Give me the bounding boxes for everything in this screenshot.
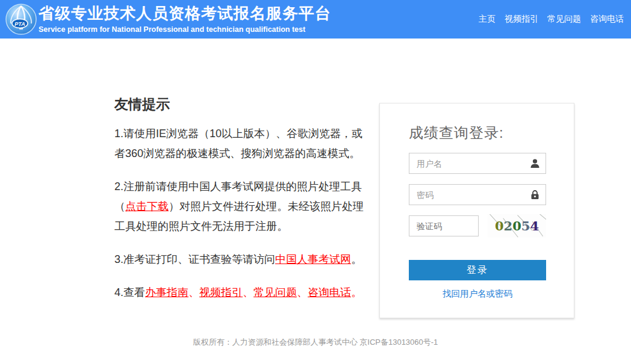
pta-logo-text: PTA xyxy=(14,21,25,27)
tip-4-separator: 、 xyxy=(297,286,308,298)
tip-item-2: 2.注册前请使用中国人事考试网提供的照片处理工具（点击下载）对照片文件进行处理。… xyxy=(114,177,373,236)
hotline-link[interactable]: 咨询电话 xyxy=(308,286,351,298)
captcha-digit: 5 xyxy=(521,218,530,233)
cpta-website-link[interactable]: 中国人事考试网 xyxy=(275,253,351,265)
captcha-digit: 0 xyxy=(495,218,504,233)
top-nav: 主页 视频指引 常见问题 咨询电话 xyxy=(479,14,624,25)
tip-4-text-post: 。 xyxy=(351,286,362,298)
username-field-row xyxy=(409,153,546,174)
captcha-digit: 2 xyxy=(504,218,513,233)
nav-faq[interactable]: 常见问题 xyxy=(547,14,581,25)
captcha-digit: 4 xyxy=(530,218,539,233)
tip-4-separator: 、 xyxy=(243,286,253,298)
nav-hotline[interactable]: 咨询电话 xyxy=(590,14,624,25)
captcha-noise-line xyxy=(539,214,546,220)
nav-home[interactable]: 主页 xyxy=(479,14,496,25)
captcha-image[interactable]: 0 2 0 5 4 xyxy=(488,214,546,238)
login-panel-title: 成绩查询登录: xyxy=(409,123,546,143)
pta-logo-icon: PTA xyxy=(5,3,37,35)
faq-link[interactable]: 常见问题 xyxy=(253,286,297,298)
nav-video-guide[interactable]: 视频指引 xyxy=(505,14,538,25)
tip-3-text-post: 。 xyxy=(351,253,362,265)
friendly-tips-section: 友情提示 1.请使用IE浏览器（10以上版本）、谷歌浏览器，或者360浏览器的极… xyxy=(114,95,373,303)
captcha-digit: 0 xyxy=(512,218,521,233)
tip-3-text-pre: 3.准考证打印、证书查验等请访问 xyxy=(114,253,275,265)
password-field-row xyxy=(409,184,546,205)
tip-item-4: 4.查看办事指南、视频指引、常见问题、咨询电话。 xyxy=(114,283,373,303)
login-button[interactable]: 登录 xyxy=(409,260,546,280)
copyright-footer: 版权所有：人力资源和社会保障部人事考试中心 京ICP备13013060号-1 xyxy=(0,337,631,348)
header: PTA 省级专业技术人员资格考试报名服务平台 Service platform … xyxy=(0,0,631,39)
video-guide-link[interactable]: 视频指引 xyxy=(199,286,243,298)
forgot-credentials-link[interactable]: 找回用户名或密码 xyxy=(443,289,512,298)
site-subtitle: Service platform for National Profession… xyxy=(39,25,331,34)
download-photo-tool-link[interactable]: 点击下载 xyxy=(125,200,169,212)
tip-item-3: 3.准考证打印、证书查验等请访问中国人事考试网。 xyxy=(114,250,373,270)
site-title: 省级专业技术人员资格考试报名服务平台 xyxy=(39,4,331,22)
score-query-login-panel: 成绩查询登录: xyxy=(379,103,574,318)
header-title-block: 省级专业技术人员资格考试报名服务平台 Service platform for … xyxy=(39,4,331,34)
captcha-input[interactable] xyxy=(409,215,479,236)
captcha-field-row: 0 2 0 5 4 xyxy=(409,215,546,238)
forgot-credentials-row: 找回用户名或密码 xyxy=(409,288,546,300)
service-guide-link[interactable]: 办事指南 xyxy=(145,286,188,298)
tips-heading: 友情提示 xyxy=(114,95,373,114)
tip-4-text-pre: 4.查看 xyxy=(114,286,145,298)
tip-item-1: 1.请使用IE浏览器（10以上版本）、谷歌浏览器，或者360浏览器的极速模式、搜… xyxy=(114,124,373,164)
username-input[interactable] xyxy=(409,153,546,174)
tip-4-separator: 、 xyxy=(188,286,199,298)
password-input[interactable] xyxy=(409,184,546,205)
